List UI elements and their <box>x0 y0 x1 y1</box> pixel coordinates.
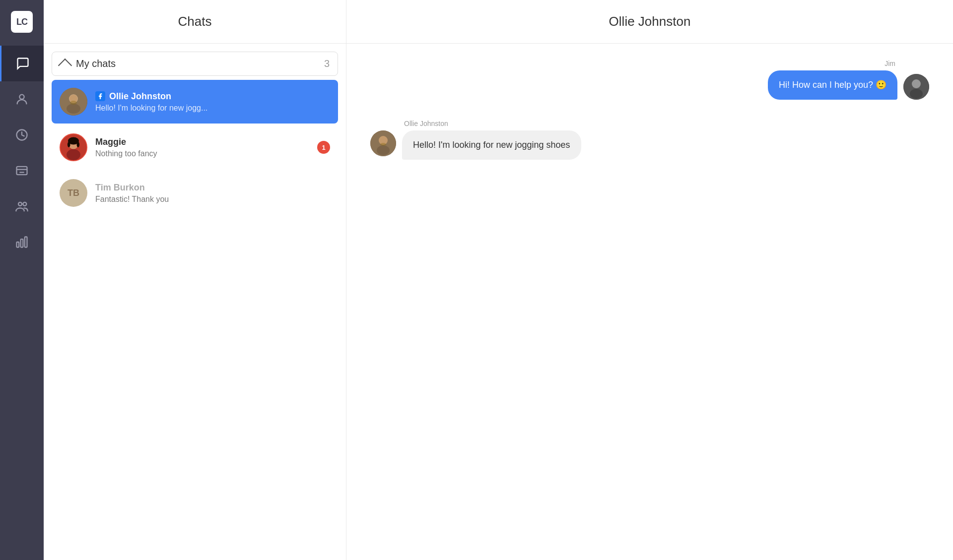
avatar-tim: TB <box>60 179 87 207</box>
tickets-icon <box>15 164 29 178</box>
chat-item-name-row-tim: Tim Burkon <box>95 183 330 193</box>
main-chat-area: Ollie Johnston Jim Hi! How can I help yo… <box>346 0 953 560</box>
svg-point-0 <box>19 95 24 99</box>
chat-preview-ollie: Hello! I'm looking for new jogg... <box>95 104 207 112</box>
chevron-up-icon <box>58 58 72 72</box>
sidebar-item-reports[interactable] <box>0 224 44 260</box>
logo-container: LC <box>0 0 44 44</box>
visitors-icon <box>15 92 29 106</box>
main-chat-body: Jim Hi! How can I help you? 🙂 <box>346 44 953 560</box>
sidebar-nav <box>0 46 44 260</box>
reports-icon <box>15 235 29 249</box>
message-bubble-incoming: Hello! I'm looking for new jogging shoes <box>402 130 581 160</box>
svg-point-14 <box>70 101 77 105</box>
app-logo: LC <box>11 11 33 33</box>
my-chats-section-header[interactable]: My chats 3 <box>52 52 338 76</box>
chat-item-info-maggie: Maggie Nothing too fancy <box>95 137 309 158</box>
chat-item-info-ollie: Ollie Johnston Hello! I'm looking for ne… <box>95 91 330 113</box>
sidebar-item-tickets[interactable] <box>0 153 44 188</box>
svg-point-26 <box>377 145 390 155</box>
chat-item-tim[interactable]: TB Tim Burkon Fantastic! Thank you <box>52 171 338 215</box>
facebook-icon <box>95 91 105 101</box>
fb-logo <box>97 93 104 100</box>
svg-point-23 <box>910 89 923 99</box>
svg-point-19 <box>68 142 70 147</box>
svg-point-17 <box>67 149 80 160</box>
chat-list-panel: Chats My chats 3 <box>44 0 346 560</box>
message-sender-jim: Jim <box>885 60 895 67</box>
sidebar-item-visitors[interactable] <box>0 81 44 117</box>
avatar-ollie <box>60 88 87 116</box>
svg-rect-9 <box>25 237 27 248</box>
section-header-left: My chats <box>60 58 116 69</box>
team-icon <box>15 199 29 213</box>
chat-preview-tim: Fantastic! Thank you <box>95 195 169 203</box>
chat-item-name-row-ollie: Ollie Johnston <box>95 91 330 102</box>
message-text-ollie: Hello! I'm looking for new jogging shoes <box>413 140 570 150</box>
unread-badge-maggie: 1 <box>317 141 330 154</box>
chat-name-tim: Tim Burkon <box>95 183 145 193</box>
svg-point-20 <box>77 142 80 147</box>
jim-avatar-svg <box>903 74 929 100</box>
avatar-tb-initials: TB <box>68 188 79 198</box>
svg-point-27 <box>380 143 386 146</box>
svg-point-6 <box>23 202 26 206</box>
sidebar-item-history[interactable] <box>0 117 44 153</box>
sidebar-item-team[interactable] <box>0 188 44 224</box>
sidebar-item-chats[interactable] <box>0 46 44 81</box>
section-label: My chats <box>76 58 116 69</box>
svg-rect-2 <box>17 167 27 175</box>
svg-rect-7 <box>17 242 19 248</box>
chat-name-maggie: Maggie <box>95 137 126 147</box>
svg-point-22 <box>912 79 921 88</box>
main-chat-header: Ollie Johnston <box>346 0 953 44</box>
chats-icon <box>16 57 30 70</box>
avatar-maggie <box>60 133 87 161</box>
message-bubble-outgoing: Hi! How can I help you? 🙂 <box>768 70 897 100</box>
history-icon <box>15 128 29 142</box>
ollie-chat-avatar-svg <box>370 130 396 156</box>
message-sender-ollie: Ollie Johnston <box>404 120 448 127</box>
chat-item-info-tim: Tim Burkon Fantastic! Thank you <box>95 183 330 204</box>
ollie-avatar-svg <box>60 88 87 116</box>
section-count: 3 <box>324 58 330 69</box>
message-row-outgoing: Jim Hi! How can I help you? 🙂 <box>370 60 929 100</box>
svg-rect-8 <box>21 239 23 247</box>
message-text-jim: Hi! How can I help you? 🙂 <box>779 80 886 90</box>
chat-name-ollie: Ollie Johnston <box>109 91 171 102</box>
sidebar: LC <box>0 0 44 560</box>
maggie-avatar-svg <box>61 133 86 161</box>
avatar-jim <box>903 74 929 100</box>
chat-list-title: Chats <box>178 14 212 29</box>
svg-point-12 <box>67 104 80 114</box>
chat-item-maggie[interactable]: Maggie Nothing too fancy 1 <box>52 125 338 169</box>
message-row-incoming: Ollie Johnston Hello! I'm looking for ne… <box>370 120 929 160</box>
svg-point-5 <box>18 202 22 206</box>
chat-list-header: Chats <box>44 0 346 44</box>
chat-item-name-row-maggie: Maggie <box>95 137 309 147</box>
chat-item-ollie[interactable]: Ollie Johnston Hello! I'm looking for ne… <box>52 80 338 124</box>
chat-preview-maggie: Nothing too fancy <box>95 149 157 158</box>
avatar-ollie-chat <box>370 130 396 156</box>
chat-list-body: My chats 3 <box>44 44 346 560</box>
main-chat-title: Ollie Johnston <box>609 14 691 29</box>
